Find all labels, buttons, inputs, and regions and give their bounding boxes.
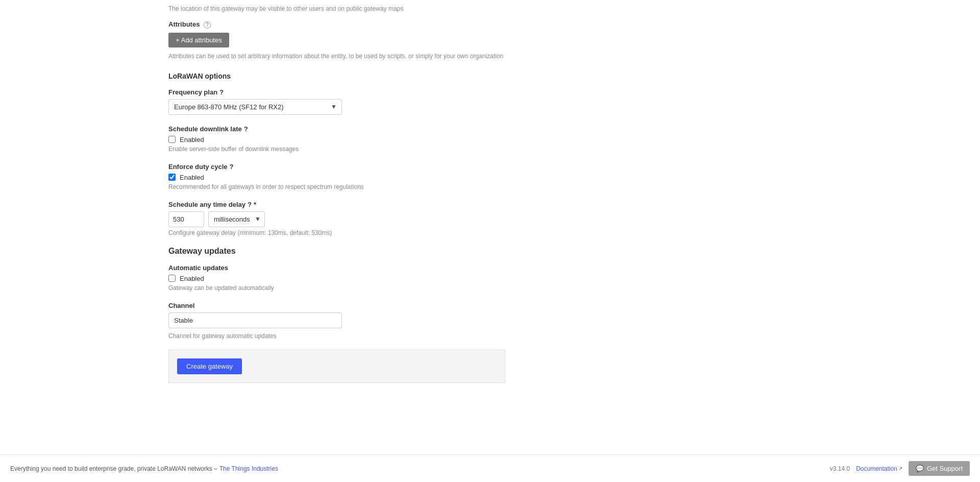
- footer-right: v3.14.0 Documentation ↗ 💬 Get Support: [830, 461, 970, 476]
- footer-version: v3.14.0: [830, 465, 850, 472]
- channel-label: Channel: [168, 302, 812, 309]
- footer-link[interactable]: The Things Industries: [219, 465, 278, 472]
- delay-unit-wrapper: milliseconds seconds ▼: [208, 211, 265, 227]
- frequency-plan-help-icon[interactable]: ?: [219, 88, 224, 96]
- gateway-updates-section: Gateway updates Automatic updates Enable…: [168, 247, 812, 340]
- delay-hint: Configure gateway delay (minimum: 130ms,…: [168, 229, 812, 236]
- frequency-plan-label: Frequency plan ?: [168, 88, 812, 96]
- delay-input-row: milliseconds seconds ▼: [168, 211, 812, 227]
- automatic-updates-field: Automatic updates Enabled Gateway can be…: [168, 264, 812, 292]
- enforce-duty-cycle-field: Enforce duty cycle ? Enabled Recommended…: [168, 163, 812, 190]
- schedule-any-time-delay-help-icon[interactable]: ?: [248, 201, 252, 208]
- enforce-duty-cycle-checkbox[interactable]: [168, 174, 176, 181]
- schedule-downlink-late-checkbox[interactable]: [168, 136, 176, 143]
- required-indicator: *: [254, 201, 256, 208]
- schedule-any-time-delay-field: Schedule any time delay ? * milliseconds…: [168, 201, 812, 236]
- schedule-downlink-late-hint: Enable server-side buffer of downlink me…: [168, 146, 812, 153]
- footer-left: Everything you need to build enterprise …: [10, 465, 278, 472]
- enforce-duty-cycle-checkbox-row: Enabled: [168, 174, 812, 181]
- documentation-link[interactable]: Documentation ↗: [856, 465, 902, 472]
- lorawan-options-section: LoRaWAN options Frequency plan ? Europe …: [168, 72, 812, 236]
- enforce-duty-cycle-enabled-label: Enabled: [180, 174, 204, 181]
- enforce-duty-cycle-help-icon[interactable]: ?: [230, 163, 234, 171]
- get-support-button[interactable]: 💬 Get Support: [909, 461, 970, 476]
- attributes-help-icon[interactable]: ?: [204, 21, 211, 29]
- action-bar: Create gateway: [168, 350, 505, 383]
- schedule-downlink-late-field: Schedule downlink late ? Enabled Enable …: [168, 125, 812, 153]
- attributes-section: Attributes ? + Add attributes Attributes…: [168, 20, 812, 60]
- attributes-hint: Attributes can be used to set arbitrary …: [168, 53, 812, 60]
- delay-number-input[interactable]: [168, 211, 204, 227]
- enforce-duty-cycle-hint: Recommended for all gateways in order to…: [168, 183, 812, 190]
- schedule-downlink-late-label: Schedule downlink late ?: [168, 125, 812, 133]
- automatic-updates-label: Automatic updates: [168, 264, 812, 272]
- channel-field: Channel Channel for gateway automatic up…: [168, 302, 812, 340]
- external-link-icon: ↗: [898, 466, 902, 471]
- schedule-any-time-delay-label: Schedule any time delay ? *: [168, 201, 812, 208]
- automatic-updates-checkbox-row: Enabled: [168, 275, 812, 282]
- automatic-updates-checkbox[interactable]: [168, 275, 176, 282]
- schedule-downlink-late-enabled-label: Enabled: [180, 136, 204, 143]
- channel-hint: Channel for gateway automatic updates: [168, 332, 812, 340]
- channel-input[interactable]: [168, 312, 342, 328]
- frequency-plan-field: Frequency plan ? Europe 863-870 MHz (SF1…: [168, 88, 812, 115]
- delay-unit-select[interactable]: milliseconds seconds: [208, 211, 265, 227]
- add-attributes-button[interactable]: + Add attributes: [168, 33, 229, 47]
- get-support-icon: 💬: [916, 465, 924, 472]
- automatic-updates-enabled-label: Enabled: [180, 275, 204, 282]
- automatic-updates-hint: Gateway can be updated automatically: [168, 284, 812, 292]
- frequency-plan-select[interactable]: Europe 863-870 MHz (SF12 for RX2): [168, 99, 342, 115]
- top-notice: The location of this gateway may be visi…: [168, 0, 812, 20]
- create-gateway-button[interactable]: Create gateway: [177, 358, 242, 374]
- gateway-updates-title: Gateway updates: [168, 247, 812, 256]
- schedule-downlink-late-help-icon[interactable]: ?: [244, 125, 248, 133]
- attributes-section-title: Attributes ?: [168, 20, 812, 29]
- lorawan-section-title: LoRaWAN options: [168, 72, 812, 80]
- schedule-downlink-late-checkbox-row: Enabled: [168, 136, 812, 143]
- footer-left-text: Everything you need to build enterprise …: [10, 465, 217, 472]
- frequency-plan-select-wrapper: Europe 863-870 MHz (SF12 for RX2) ▼: [168, 99, 342, 115]
- footer: Everything you need to build enterprise …: [0, 454, 980, 482]
- enforce-duty-cycle-label: Enforce duty cycle ?: [168, 163, 812, 171]
